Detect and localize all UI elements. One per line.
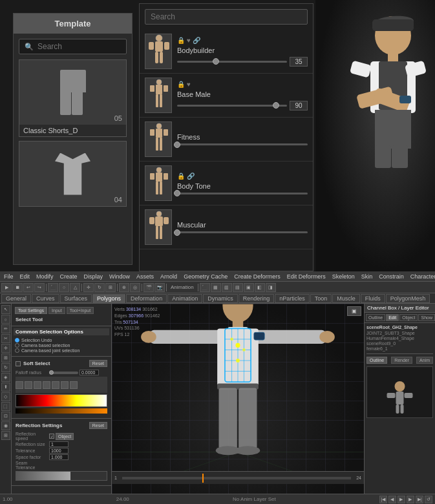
tool-bevel[interactable]: ◇ bbox=[1, 392, 10, 401]
ch-tab-show[interactable]: Show bbox=[418, 314, 435, 321]
ch-tab-object[interactable]: Object bbox=[399, 314, 418, 321]
menu-file[interactable]: File bbox=[1, 273, 16, 280]
toolbar-btn-3[interactable]: ↩ bbox=[23, 283, 34, 292]
morph-slider-muscular[interactable] bbox=[177, 231, 308, 233]
tool-select[interactable]: ↖ bbox=[1, 305, 10, 314]
toolbar-btn-1[interactable]: ▶ bbox=[1, 283, 12, 292]
link-icon-bodytone[interactable]: 🔗 bbox=[187, 173, 195, 180]
tab-general[interactable]: General bbox=[1, 294, 31, 303]
lock-icon-basemale[interactable]: 🔒 bbox=[177, 81, 185, 88]
toolbar-btn-a2[interactable]: ▦ bbox=[211, 283, 221, 292]
tab-polygons[interactable]: Polygons bbox=[92, 294, 125, 303]
template-search-bar[interactable]: 🔍 bbox=[19, 39, 127, 54]
slider-handle-basemale[interactable] bbox=[273, 102, 279, 109]
falloff-input[interactable] bbox=[80, 370, 99, 375]
toolbar-btn-snap[interactable]: ⊕ bbox=[119, 283, 129, 292]
radio-selection-undo[interactable]: Selection Undo bbox=[15, 338, 108, 342]
tool-scale2[interactable]: ⊞ bbox=[1, 353, 10, 362]
toolbar-btn-4[interactable]: ↪ bbox=[34, 283, 45, 292]
menu-skeleton[interactable]: Skeleton bbox=[330, 273, 357, 280]
space-input[interactable] bbox=[49, 454, 69, 460]
toolbar-btn-magnet[interactable]: ◎ bbox=[130, 283, 140, 292]
tool-loop[interactable]: ⬚ bbox=[1, 402, 10, 411]
toolbar-btn-a1[interactable]: ⬛ bbox=[200, 283, 210, 292]
softness-btn-7[interactable] bbox=[70, 381, 78, 389]
tab-nparticles[interactable]: nParticles bbox=[275, 294, 310, 303]
softness-btn-4[interactable] bbox=[43, 381, 50, 389]
ch-tab-edit[interactable]: Edit bbox=[386, 314, 399, 321]
toolbar-btn-2[interactable]: ⏹ bbox=[12, 283, 23, 292]
morph-value-basemale[interactable]: 90 bbox=[290, 101, 308, 110]
prev-frame-btn[interactable]: ◀ bbox=[388, 496, 396, 503]
softness-btn-3[interactable] bbox=[34, 381, 41, 389]
menu-edit[interactable]: Edit bbox=[17, 273, 33, 280]
softness-btn-6[interactable] bbox=[61, 381, 69, 389]
softness-btn-1[interactable] bbox=[16, 381, 23, 389]
toolbar-btn-scale[interactable]: ⊞ bbox=[105, 283, 116, 292]
toolbar-btn-5[interactable]: ⬛ bbox=[48, 283, 58, 292]
viewport-3d[interactable]: Verts 308134 301662 Edges 307966 901462 … bbox=[112, 304, 364, 494]
slider-handle-muscular[interactable] bbox=[174, 229, 180, 236]
menu-create[interactable]: Create bbox=[58, 273, 80, 280]
tab-surfaces[interactable]: Surfaces bbox=[60, 294, 92, 303]
tolerance-input[interactable] bbox=[49, 448, 69, 454]
slider-handle-bodytone[interactable] bbox=[174, 190, 180, 196]
morph-search-bar[interactable] bbox=[145, 9, 308, 25]
menu-constrain[interactable]: Constrain bbox=[376, 273, 407, 280]
soft-select-checkbox[interactable] bbox=[16, 361, 21, 366]
tool-cut[interactable]: ✂ bbox=[1, 334, 10, 343]
tool-lasso[interactable]: ○ bbox=[1, 315, 10, 324]
toolbar-btn-7[interactable]: △ bbox=[70, 283, 80, 292]
softness-btn-2[interactable] bbox=[25, 381, 32, 389]
tool-move[interactable]: ✛ bbox=[1, 344, 10, 353]
tab-animation[interactable]: Animation bbox=[167, 294, 202, 303]
heart-icon-basemale[interactable]: ♥ bbox=[187, 81, 191, 88]
tool-input-btn[interactable]: Tool+Input bbox=[67, 307, 94, 314]
tab-polygonmesh[interactable]: PolygonMesh bbox=[386, 294, 430, 303]
soft-select-reset-btn[interactable]: Reset bbox=[89, 360, 107, 367]
lock-icon-bodytone[interactable]: 🔒 bbox=[177, 173, 185, 180]
menu-editdef[interactable]: Edit Deformers bbox=[284, 273, 328, 280]
tool-rotate2[interactable]: ↻ bbox=[1, 363, 10, 372]
refl-speed-object-btn[interactable]: Object bbox=[56, 433, 74, 440]
tool-paint[interactable]: ✏ bbox=[1, 324, 10, 333]
tool-weld[interactable]: ◉ bbox=[1, 421, 10, 430]
falloff-slider[interactable] bbox=[49, 372, 78, 374]
radio-camera-based[interactable]: Camera based selection bbox=[15, 343, 108, 348]
template-item-shirt[interactable]: 04 bbox=[19, 141, 127, 207]
toolbar-btn-a4[interactable]: ▤ bbox=[233, 283, 243, 292]
toolbar-btn-a5[interactable]: ▣ bbox=[244, 283, 254, 292]
softness-btn-5[interactable] bbox=[52, 381, 59, 389]
tool-settings-btn[interactable]: Tool Settings bbox=[15, 307, 47, 314]
tool-deform[interactable]: ◈ bbox=[1, 373, 10, 382]
timeline-track[interactable] bbox=[122, 477, 351, 479]
morph-slider-bodytone[interactable] bbox=[177, 193, 308, 194]
slider-handle-fitness[interactable] bbox=[174, 142, 180, 148]
menu-display[interactable]: Display bbox=[81, 273, 106, 280]
next-frame-btn[interactable]: ▶ bbox=[407, 496, 414, 503]
template-item-pants[interactable]: 05 Classic Shorts_D bbox=[19, 59, 127, 137]
tab-curves[interactable]: Curves bbox=[32, 294, 59, 303]
toolbar-btn-cam[interactable]: 📷 bbox=[154, 283, 165, 292]
falloff-handle[interactable] bbox=[49, 370, 54, 375]
anim-tab[interactable]: Anim bbox=[416, 357, 433, 364]
toolbar-btn-a7[interactable]: ◨ bbox=[266, 283, 276, 292]
toolbar-btn-a3[interactable]: ▥ bbox=[222, 283, 232, 292]
lock-icon[interactable]: 🔒 bbox=[177, 37, 185, 44]
toolbar-btn-render[interactable]: 🎬 bbox=[143, 283, 154, 292]
reflection-reset-btn[interactable]: Reset bbox=[89, 422, 107, 429]
menu-geocache[interactable]: Geometry Cache bbox=[181, 273, 230, 280]
morph-slider-fitness[interactable] bbox=[177, 143, 308, 145]
ch-tab-outline[interactable]: Outline bbox=[366, 314, 385, 321]
tab-rendering[interactable]: Rendering bbox=[239, 294, 275, 303]
loop-btn[interactable]: ↺ bbox=[425, 496, 432, 503]
morph-value-bodybuilder[interactable]: 35 bbox=[290, 57, 308, 67]
toolbar-btn-6[interactable]: ○ bbox=[59, 283, 69, 292]
menu-arnold[interactable]: Arnold bbox=[158, 273, 180, 280]
tool-extrude[interactable]: ⬆ bbox=[1, 383, 10, 392]
menu-skin[interactable]: Skin bbox=[359, 273, 376, 280]
menu-modify[interactable]: Modify bbox=[34, 273, 56, 280]
toolbar-btn-move[interactable]: ✛ bbox=[83, 283, 94, 292]
tab-muscle[interactable]: Muscle bbox=[332, 294, 360, 303]
toolbar-btn-rotate[interactable]: ↻ bbox=[94, 283, 105, 292]
